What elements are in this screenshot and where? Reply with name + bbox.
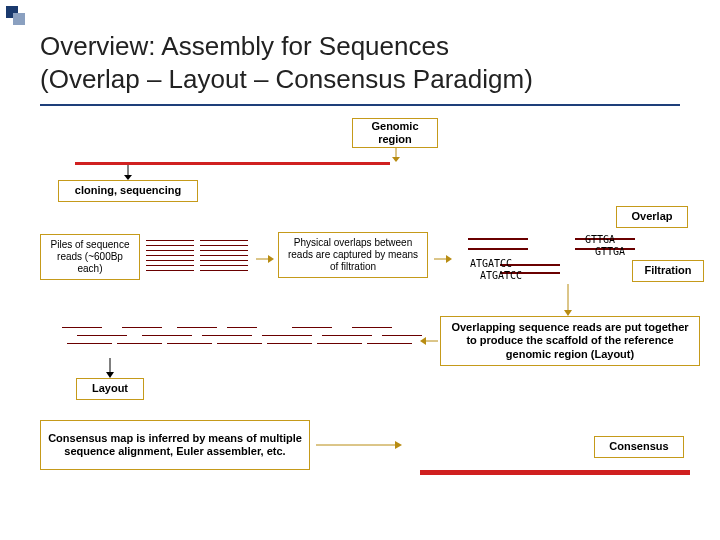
arrow-down-layout-phase xyxy=(106,358,114,378)
overlap-phase-box: Overlap xyxy=(616,206,688,228)
overlap-phase-label: Overlap xyxy=(632,210,673,223)
align-frag-2 xyxy=(468,248,528,250)
title-line-1: Overview: Assembly for Sequences xyxy=(40,31,449,61)
svg-marker-11 xyxy=(564,310,572,316)
slide-title: Overview: Assembly for Sequences (Overla… xyxy=(40,30,533,95)
layout-phase-box: Layout xyxy=(76,378,144,400)
overlap-desc-label: Physical overlaps between reads are capt… xyxy=(285,237,421,273)
genomic-region-label: Genomic region xyxy=(359,120,431,146)
reads-pile-1 xyxy=(146,236,194,275)
svg-marker-3 xyxy=(124,175,132,180)
title-underline xyxy=(40,104,680,106)
genomic-region-box: Genomic region xyxy=(352,118,438,148)
svg-marker-15 xyxy=(395,441,402,449)
align-frag-1 xyxy=(468,238,528,240)
overlap-desc-box: Physical overlaps between reads are capt… xyxy=(278,232,428,278)
genomic-region-bar xyxy=(75,162,390,165)
scaffold-visualization xyxy=(62,324,422,364)
consensus-bar xyxy=(420,470,690,475)
seq-atgatcc-1: ATGATCC xyxy=(470,258,512,269)
arrow-down-cloning xyxy=(124,165,132,180)
cloning-label: cloning, sequencing xyxy=(75,184,181,197)
svg-marker-7 xyxy=(446,255,452,263)
piles-label: Piles of sequence reads (~600Bp each) xyxy=(47,239,133,275)
svg-marker-5 xyxy=(268,255,274,263)
piles-box: Piles of sequence reads (~600Bp each) xyxy=(40,234,140,280)
filtration-phase-box: Filtration xyxy=(632,260,704,282)
consensus-desc-label: Consensus map is inferred by means of mu… xyxy=(47,432,303,458)
arrow-right-consensus xyxy=(316,440,402,450)
consensus-phase-box: Consensus xyxy=(594,436,684,458)
layout-phase-label: Layout xyxy=(92,382,128,395)
seq-gttga-1: GTTGA xyxy=(585,234,615,245)
layout-desc-label: Overlapping sequence reads are put toget… xyxy=(447,321,693,361)
seq-atgatcc-2: ATGATCC xyxy=(480,270,522,281)
seq-gttga-2: GTTGA xyxy=(595,246,625,257)
consensus-desc-box: Consensus map is inferred by means of mu… xyxy=(40,420,310,470)
svg-marker-13 xyxy=(106,372,114,378)
arrow-down-layout xyxy=(564,284,572,316)
filtration-phase-label: Filtration xyxy=(644,264,691,277)
slide-corner-decoration xyxy=(6,6,28,28)
arrow-down-genomic xyxy=(392,148,400,162)
title-line-2: (Overlap – Layout – Consensus Paradigm) xyxy=(40,64,533,94)
arrow-right-to-overlap xyxy=(256,254,274,264)
arrow-right-to-filtration xyxy=(434,254,452,264)
arrow-left-layout xyxy=(420,336,438,346)
layout-desc-box: Overlapping sequence reads are put toget… xyxy=(440,316,700,366)
cloning-box: cloning, sequencing xyxy=(58,180,198,202)
consensus-phase-label: Consensus xyxy=(609,440,668,453)
svg-marker-1 xyxy=(392,157,400,162)
reads-pile-2 xyxy=(200,236,248,275)
